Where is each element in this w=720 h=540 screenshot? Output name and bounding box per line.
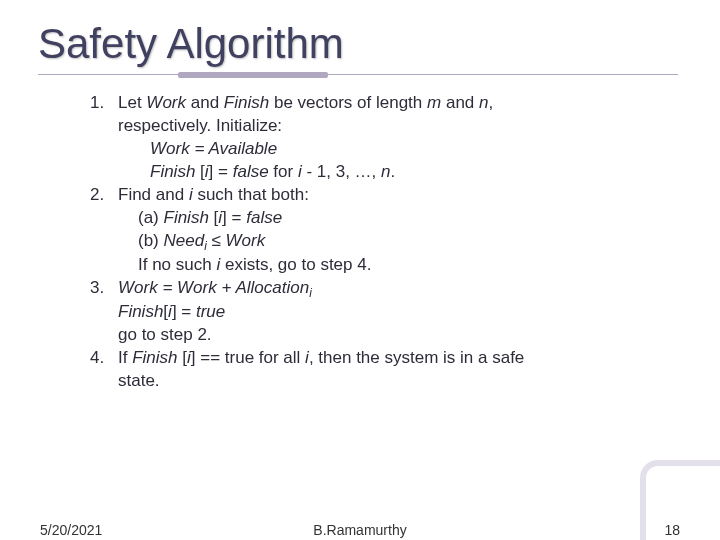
item-2: 2. Find and i such that both: xyxy=(90,184,680,207)
item-number: 4. xyxy=(90,347,118,393)
item-number: 2. xyxy=(90,184,118,207)
item-1-sub1: Work = Available xyxy=(90,138,680,161)
item-2-subb: (b) Needi ≤ Work xyxy=(90,230,680,254)
item-1: 1. Let Work and Finish be vectors of len… xyxy=(90,92,680,138)
item-text: Work = Work + Allocationi Finish[i] = tr… xyxy=(118,277,680,347)
slide-title: Safety Algorithm xyxy=(38,20,682,68)
item-2-subc: If no such i exists, go to step 4. xyxy=(90,254,680,277)
title-area: Safety Algorithm xyxy=(0,0,720,78)
item-text: If Finish [i] == true for all i, then th… xyxy=(118,347,680,393)
corner-decoration xyxy=(640,460,720,540)
slide: Safety Algorithm 1. Let Work and Finish … xyxy=(0,0,720,540)
item-2-suba: (a) Finish [i] = false xyxy=(90,207,680,230)
item-3: 3. Work = Work + Allocationi Finish[i] =… xyxy=(90,277,680,347)
item-4: 4. If Finish [i] == true for all i, then… xyxy=(90,347,680,393)
content-body: 1. Let Work and Finish be vectors of len… xyxy=(0,78,720,393)
item-text: Find and i such that both: xyxy=(118,184,680,207)
footer-author: B.Ramamurthy xyxy=(0,522,720,538)
item-number: 3. xyxy=(90,277,118,347)
item-number: 1. xyxy=(90,92,118,138)
title-underline xyxy=(38,72,678,78)
item-1-sub2: Finish [i] = false for i - 1, 3, …, n. xyxy=(90,161,680,184)
item-text: Let Work and Finish be vectors of length… xyxy=(118,92,680,138)
